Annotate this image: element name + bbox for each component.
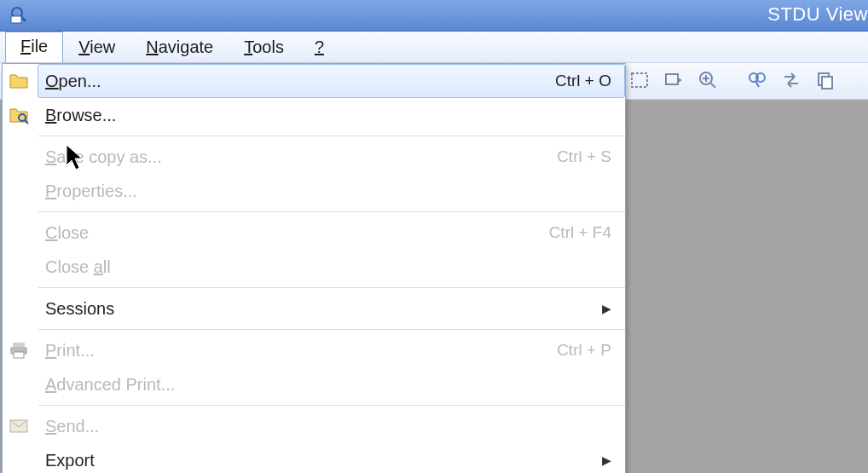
menu-item-send: Send... xyxy=(38,409,625,443)
shortcut-text: Ctrl + S xyxy=(557,147,611,166)
app-title: STDU View xyxy=(767,3,868,26)
toolbar-swap-icon[interactable] xyxy=(779,68,803,92)
separator xyxy=(38,287,625,288)
menu-item-advanced-print: Advanced Print... xyxy=(38,367,625,401)
menu-help[interactable]: ? xyxy=(299,32,339,62)
menu-item-print: Print... Ctrl + P xyxy=(38,333,625,367)
file-menu-dropdown: Open... Ctrl + O Browse... Save copy as.… xyxy=(2,63,626,473)
separator xyxy=(38,329,625,330)
svg-rect-13 xyxy=(822,77,832,89)
toolbar-button-2[interactable] xyxy=(662,68,686,92)
browse-icon xyxy=(8,104,30,126)
envelope-icon xyxy=(8,415,30,437)
toolbar-copy-icon[interactable] xyxy=(813,68,837,92)
menu-view[interactable]: View xyxy=(63,32,130,62)
menubar: File View Navigate Tools ? xyxy=(0,32,868,63)
chevron-right-icon: ▶ xyxy=(602,302,611,315)
folder-open-icon xyxy=(8,70,30,92)
toolbar-button-1[interactable] xyxy=(628,68,651,92)
separator xyxy=(38,136,625,136)
toolbar-zoom-icon[interactable] xyxy=(696,68,720,92)
menu-item-sessions[interactable]: Sessions ▶ xyxy=(38,291,625,326)
menu-item-browse[interactable]: Browse... xyxy=(38,98,625,132)
menu-item-open[interactable]: Open... Ctrl + O xyxy=(38,64,625,98)
menu-item-properties: Properties... xyxy=(38,174,625,208)
svg-line-8 xyxy=(710,83,715,88)
shortcut-text: Ctrl + F4 xyxy=(549,223,611,242)
menu-item-close-all: Close all xyxy=(38,250,625,284)
shortcut-text: Ctrl + P xyxy=(557,341,611,360)
svg-rect-4 xyxy=(666,74,678,84)
menu-item-save-copy: Save copy as... Ctrl + S xyxy=(38,140,625,174)
menu-file[interactable]: File xyxy=(5,32,63,62)
menu-item-close: Close Ctrl + F4 xyxy=(38,216,625,250)
toolbar-globe-icon[interactable] xyxy=(865,68,868,92)
svg-rect-20 xyxy=(14,352,24,358)
separator xyxy=(38,405,625,406)
toolbar-find-icon[interactable] xyxy=(745,68,769,92)
menu-item-export[interactable]: Export ▶ xyxy=(38,443,625,473)
titlebar: STDU View xyxy=(0,0,868,32)
app-icon xyxy=(9,4,29,25)
menu-tools[interactable]: Tools xyxy=(229,32,299,62)
svg-rect-3 xyxy=(632,73,647,87)
menu-navigate[interactable]: Navigate xyxy=(130,32,229,62)
printer-icon xyxy=(8,339,30,361)
content-area: Open... Ctrl + O Browse... Save copy as.… xyxy=(0,63,868,473)
separator xyxy=(38,211,625,212)
shortcut-text: Ctrl + O xyxy=(555,72,611,90)
svg-rect-2 xyxy=(11,16,21,23)
chevron-right-icon: ▶ xyxy=(602,453,611,467)
